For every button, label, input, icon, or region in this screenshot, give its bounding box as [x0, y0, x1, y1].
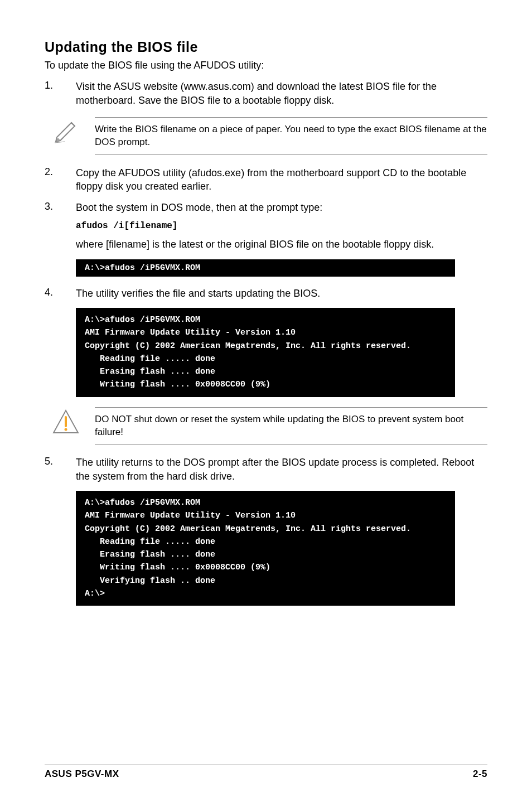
step-body: The utility verifies the file and starts… — [76, 287, 487, 300]
step-number: 1. — [45, 80, 58, 107]
note-text: Write the BIOS filename on a piece of pa… — [95, 117, 487, 155]
terminal-block-3: A:\>afudos /iP5GVMX.ROM AMI Firmware Upd… — [76, 491, 455, 606]
step-body: The utility returns to the DOS prompt af… — [76, 456, 487, 483]
step-3-line2: where [filename] is the latest or the or… — [76, 238, 487, 251]
page-footer: ASUS P5GV-MX 2-5 — [45, 765, 487, 780]
warning-icon — [51, 407, 80, 436]
footer-left: ASUS P5GV-MX — [45, 769, 119, 780]
step-number: 4. — [45, 287, 58, 300]
section-heading: Updating the BIOS file — [45, 39, 487, 55]
afudos-command: afudos /i[filename] — [76, 220, 487, 233]
step-body: Boot the system in DOS mode, then at the… — [76, 201, 487, 251]
step-body: Visit the ASUS website (www.asus.com) an… — [76, 80, 487, 107]
warning-text: DO NOT shut down or reset the system whi… — [95, 407, 487, 445]
step-3: 3. Boot the system in DOS mode, then at … — [45, 201, 487, 251]
step-body: Copy the AFUDOS utility (afudos.exe) fro… — [76, 166, 487, 194]
step-4: 4. The utility verifies the file and sta… — [45, 287, 487, 300]
warning-callout: DO NOT shut down or reset the system whi… — [51, 407, 487, 445]
pencil-icon — [51, 117, 80, 146]
step-number: 5. — [45, 456, 58, 483]
svg-line-0 — [71, 123, 75, 126]
step-5: 5. The utility returns to the DOS prompt… — [45, 456, 487, 483]
step-3-line1: Boot the system in DOS mode, then at the… — [76, 201, 487, 214]
terminal-block-1: A:\>afudos /iP5GVMX.ROM — [76, 259, 455, 277]
note-callout: Write the BIOS filename on a piece of pa… — [51, 117, 487, 155]
step-number: 3. — [45, 201, 58, 251]
terminal-block-2: A:\>afudos /iP5GVMX.ROM AMI Firmware Upd… — [76, 308, 455, 397]
step-number: 2. — [45, 166, 58, 194]
intro-text: To update the BIOS file using the AFUDOS… — [45, 59, 487, 72]
step-2: 2. Copy the AFUDOS utility (afudos.exe) … — [45, 166, 487, 194]
footer-right: 2-5 — [473, 769, 487, 780]
svg-point-3 — [65, 428, 67, 431]
step-1: 1. Visit the ASUS website (www.asus.com)… — [45, 80, 487, 107]
